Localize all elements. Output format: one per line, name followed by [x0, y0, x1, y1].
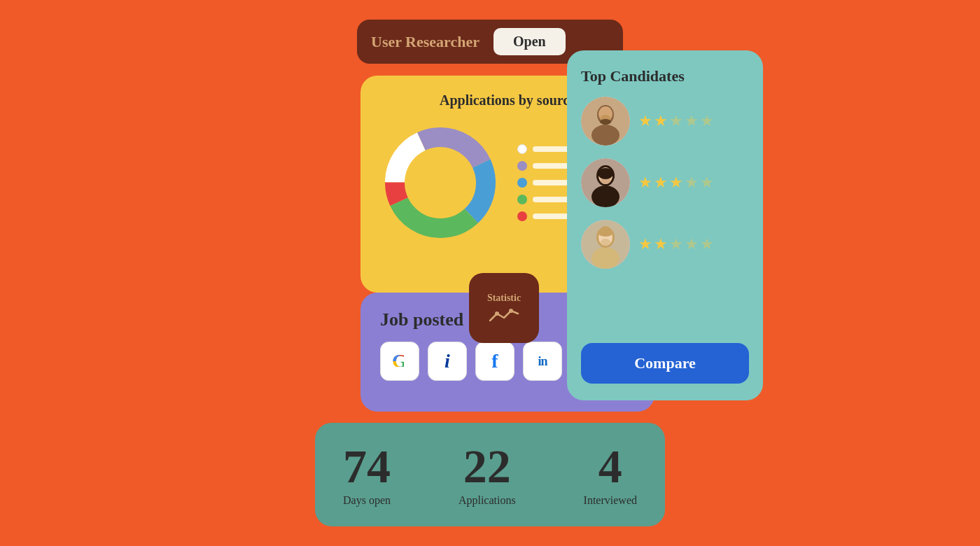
svg-point-26 [601, 239, 610, 246]
star-empty: ★ [700, 112, 714, 130]
stat-number-applications: 22 [463, 442, 511, 490]
candidate-avatar-2 [581, 158, 630, 207]
candidate-avatar-1 [581, 97, 630, 146]
svg-point-15 [600, 119, 611, 125]
stat-label-interviewed: Interviewed [584, 494, 637, 507]
statistic-label: Statistic [487, 293, 521, 304]
stats-bar: 74 Days open 22 Applications 4 Interview… [315, 423, 665, 526]
star-filled: ★ [654, 174, 668, 192]
stat-number-interviewed: 4 [598, 442, 622, 490]
candidate-row-3: ★ ★ ★ ★ ★ [581, 220, 749, 269]
star-empty: ★ [700, 174, 714, 192]
star-empty: ★ [669, 235, 683, 253]
svg-point-12 [592, 125, 620, 146]
compare-button[interactable]: Compare [581, 343, 749, 384]
legend-dot [517, 178, 527, 188]
star-filled: ★ [669, 174, 683, 192]
linkedin-icon-wrap[interactable]: in [523, 342, 562, 381]
top-candidates-title: Top Candidates [581, 67, 749, 85]
svg-point-8 [495, 312, 499, 316]
legend-dot [517, 211, 527, 221]
candidate-row-1: ★ ★ ★ ★ ★ [581, 97, 749, 146]
candidate-stars-2: ★ ★ ★ ★ ★ [638, 174, 714, 192]
statistic-chart-icon [489, 308, 519, 323]
star-empty: ★ [669, 112, 683, 130]
star-empty: ★ [685, 174, 699, 192]
stat-number-days-open: 74 [343, 442, 391, 490]
star-filled: ★ [654, 112, 668, 130]
top-candidates-card: Top Candidates ★ ★ ★ ★ ★ [567, 50, 763, 400]
star-filled: ★ [638, 174, 652, 192]
statistic-button[interactable]: Statistic [469, 273, 539, 343]
legend-dot [517, 161, 527, 171]
svg-point-23 [592, 247, 620, 269]
stat-label-applications: Applications [458, 494, 516, 507]
star-empty: ★ [700, 235, 714, 253]
candidate-row-2: ★ ★ ★ ★ ★ [581, 158, 749, 207]
star-empty: ★ [685, 235, 699, 253]
candidate-stars-1: ★ ★ ★ ★ ★ [638, 112, 714, 130]
legend-dot [517, 144, 527, 154]
svg-point-7 [407, 149, 474, 216]
open-badge: Open [493, 28, 566, 55]
svg-point-9 [509, 309, 513, 313]
svg-point-28 [601, 226, 610, 234]
star-filled: ★ [654, 235, 668, 253]
google-icon-wrap[interactable]: G [380, 342, 419, 381]
legend-dot [517, 195, 527, 204]
candidate-stars-3: ★ ★ ★ ★ ★ [638, 235, 714, 253]
google-icon: G [392, 350, 407, 372]
stat-item-applications: 22 Applications [458, 442, 516, 507]
facebook-icon-wrap[interactable]: f [475, 342, 514, 381]
star-filled: ★ [638, 235, 652, 253]
stat-label-days-open: Days open [343, 494, 391, 507]
stat-item-interviewed: 4 Interviewed [584, 442, 637, 507]
star-filled: ★ [638, 112, 652, 130]
star-empty: ★ [685, 112, 699, 130]
facebook-icon: f [491, 350, 498, 372]
svg-point-17 [592, 186, 620, 207]
stat-item-days-open: 74 Days open [343, 442, 391, 507]
indeed-icon: i [444, 350, 450, 372]
svg-point-21 [598, 168, 613, 179]
candidate-avatar-3 [581, 220, 630, 269]
donut-chart [377, 120, 503, 246]
linkedin-icon: in [538, 354, 547, 369]
job-title-text: User Researcher [371, 33, 479, 51]
indeed-icon-wrap[interactable]: i [428, 342, 467, 381]
